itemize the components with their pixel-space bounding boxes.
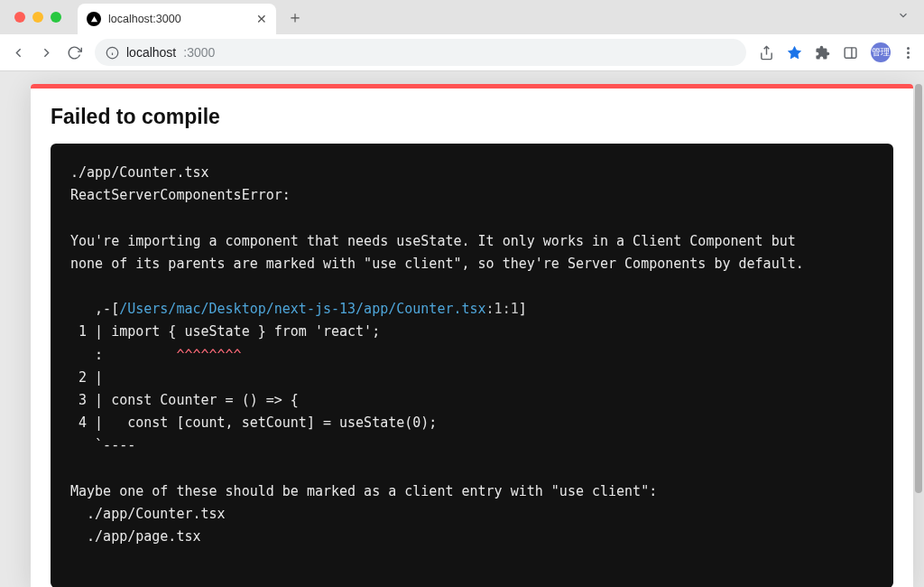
error-code-block: ./app/Counter.tsx ReactServerComponentsE… — [51, 144, 893, 587]
scroll-thumb[interactable] — [915, 84, 922, 493]
address-bar: localhost:3000 管理 — [0, 34, 924, 70]
bookmark-star-icon[interactable] — [787, 45, 802, 61]
url-path: :3000 — [183, 45, 215, 60]
close-window-button[interactable] — [14, 12, 25, 23]
error-header: Failed to compile — [31, 89, 913, 144]
maximize-window-button[interactable] — [51, 12, 61, 23]
window-controls — [9, 12, 61, 23]
side-panel-icon[interactable] — [843, 45, 858, 61]
share-icon[interactable] — [759, 45, 774, 61]
url-host: localhost — [126, 45, 176, 60]
tab-bar: localhost:3000 ✕ ＋ — [0, 0, 924, 34]
extensions-icon[interactable] — [815, 45, 830, 61]
frame-prefix: ,-[ — [70, 301, 119, 317]
hint-lines: ./app/Counter.tsx ./app/page.tsx — [70, 506, 226, 545]
frame-suffix: ] — [519, 301, 527, 317]
new-tab-button[interactable]: ＋ — [287, 6, 303, 28]
forward-button[interactable] — [39, 45, 54, 61]
error-title: Failed to compile — [51, 105, 893, 129]
code-lines: 1 | import { useState } from 'react'; : … — [70, 323, 437, 431]
frame-end: `---- — [70, 437, 135, 453]
tab-title: localhost:3000 — [108, 13, 249, 25]
browser-chrome: localhost:3000 ✕ ＋ localhost:3000 — [0, 0, 924, 71]
frame-path-link[interactable]: /Users/mac/Desktop/next-js-13/app/Counte… — [119, 301, 485, 317]
tabs-dropdown-icon[interactable] — [897, 9, 910, 25]
error-name: ReactServerComponentsError: — [70, 187, 291, 203]
error-message: You're importing a component that needs … — [70, 233, 804, 272]
back-button[interactable] — [11, 45, 26, 61]
toolbar-actions: 管理 — [759, 42, 913, 62]
frame-coords: :1:1 — [486, 301, 519, 317]
svg-marker-5 — [788, 46, 800, 58]
page-viewport: Failed to compile ./app/Counter.tsx Reac… — [0, 71, 924, 587]
scrollbar[interactable] — [915, 84, 922, 582]
favicon-icon — [87, 12, 101, 26]
close-tab-button[interactable]: ✕ — [256, 12, 267, 26]
browser-tab[interactable]: localhost:3000 ✕ — [78, 4, 276, 34]
minimize-window-button[interactable] — [32, 12, 43, 23]
svg-marker-0 — [90, 15, 97, 21]
hint-header: Maybe one of these should be marked as a… — [70, 483, 657, 499]
site-info-icon[interactable] — [106, 46, 119, 60]
profile-avatar[interactable]: 管理 — [871, 42, 891, 62]
menu-icon[interactable] — [903, 47, 913, 59]
reload-button[interactable] — [67, 45, 82, 61]
error-overlay: Failed to compile ./app/Counter.tsx Reac… — [31, 84, 913, 587]
url-input[interactable]: localhost:3000 — [95, 39, 746, 66]
error-file: ./app/Counter.tsx — [70, 164, 209, 181]
svg-rect-6 — [845, 47, 856, 57]
